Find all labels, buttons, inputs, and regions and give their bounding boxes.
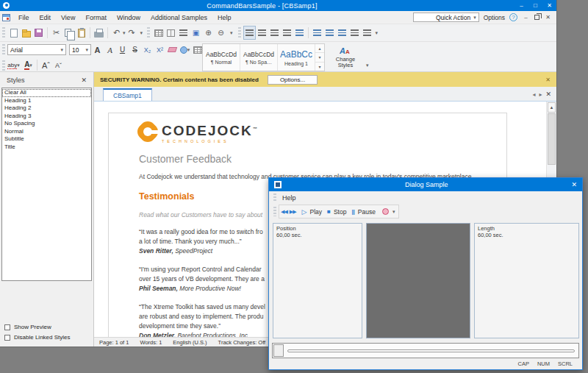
bookmark-button[interactable]: ▣ (190, 26, 202, 40)
bullets-button[interactable] (311, 26, 323, 40)
increase-indent-button[interactable] (361, 26, 373, 40)
mdi-close-icon[interactable]: ✕ (544, 14, 552, 21)
play-icon[interactable]: ▷ (302, 208, 307, 216)
play-label[interactable]: Play (309, 208, 322, 216)
quick-action-dropdown[interactable]: Quick Action ▾ (413, 13, 479, 22)
gallery-down-icon[interactable]: ▾ (315, 53, 324, 62)
maximize-icon[interactable]: □ (528, 2, 542, 9)
style-no-spacing[interactable]: AaBbCcDd ¶ No Spa… (240, 44, 278, 71)
document-map-button[interactable] (177, 26, 190, 40)
pause-icon[interactable]: || (351, 208, 354, 215)
dialog-close-icon[interactable]: ✕ (571, 181, 577, 188)
scrollbar-thumb[interactable] (548, 113, 556, 165)
help-icon[interactable]: ? (509, 13, 517, 21)
toolbar-grip[interactable] (2, 44, 5, 56)
new-document-button[interactable] (7, 26, 20, 40)
minimize-icon[interactable]: – (514, 2, 528, 9)
align-right-button[interactable] (268, 26, 281, 40)
paste-button[interactable] (75, 26, 87, 40)
toolbar-grip[interactable] (238, 27, 241, 39)
toolbar-grip[interactable] (273, 193, 276, 202)
status-track-changes[interactable]: Track Changes: Off (218, 339, 266, 346)
decrease-indent-button[interactable] (348, 26, 361, 40)
format-painter-button[interactable]: ▾ (179, 43, 191, 57)
options-menu-item[interactable]: Options (484, 14, 505, 21)
tab-scroll-left-icon[interactable]: ◂ (532, 91, 535, 98)
mdi-minimize-icon[interactable]: – (522, 14, 530, 21)
zoom-in-button[interactable]: ⊕ (202, 26, 215, 40)
font-name-combo[interactable]: Arial ▾ (7, 44, 66, 55)
undo-button[interactable]: ↶ (110, 26, 123, 40)
menu-view[interactable]: View (56, 14, 80, 21)
checkbox-icon[interactable] (4, 335, 10, 341)
redo-button[interactable]: ↷ (126, 26, 138, 40)
title-bar[interactable]: CommandBarsSample - [CBSamp1] – □ ✕ (0, 0, 556, 11)
gallery-more-icon[interactable]: ▾ (315, 63, 324, 71)
toolbar-overflow-icon[interactable]: ▾ (230, 30, 233, 36)
toolbar-grip[interactable] (2, 60, 5, 71)
numbering-button[interactable] (323, 26, 336, 40)
columns-button[interactable] (165, 26, 177, 40)
status-language[interactable]: English (U.S.) (173, 339, 207, 346)
italic-button[interactable]: A (104, 43, 116, 57)
toolbar-grip[interactable] (273, 207, 276, 216)
record-icon[interactable] (382, 208, 389, 215)
show-preview-option[interactable]: Show Preview (4, 324, 89, 330)
tab-scroll-right-icon[interactable]: ▸ (539, 91, 542, 98)
spelling-button[interactable]: aby▾ (7, 58, 20, 72)
multilevel-list-button[interactable] (336, 26, 348, 40)
eraser-button[interactable] (166, 43, 179, 57)
styles-list-item[interactable]: No Spacing (2, 120, 91, 128)
slider-thumb[interactable] (273, 344, 284, 357)
fast-forward-icon[interactable]: ▶▶ (290, 209, 296, 215)
styles-list-item[interactable]: Subtitle (2, 135, 91, 143)
toolbar-grip[interactable] (147, 27, 150, 39)
insert-table-button[interactable] (152, 26, 165, 40)
toolbar-overflow-icon[interactable]: ▾ (376, 30, 379, 36)
status-words[interactable]: Words: 1 (140, 339, 162, 346)
toolbar-grip[interactable] (2, 27, 5, 39)
styles-panel-close-icon[interactable]: ✕ (81, 77, 87, 84)
justify-button[interactable] (281, 26, 293, 40)
styles-list-item[interactable]: Heading 1 (2, 97, 91, 105)
tab-close-icon[interactable]: ✕ (545, 90, 551, 98)
print-button[interactable] (93, 26, 105, 40)
toolbar-overflow-icon[interactable]: ▾ (366, 63, 369, 68)
menu-window[interactable]: Window (112, 14, 146, 21)
font-color-button[interactable]: A▾ (22, 58, 35, 72)
security-options-button[interactable]: Options... (268, 75, 318, 85)
dialog-menu-help[interactable]: Help (282, 194, 296, 202)
mdi-child-icon[interactable] (2, 14, 10, 21)
menu-file[interactable]: File (13, 14, 35, 21)
copy-button[interactable] (62, 26, 75, 40)
zoom-out-button[interactable]: ⊖ (215, 26, 227, 40)
cut-button[interactable]: ✂ (50, 26, 62, 40)
pause-label[interactable]: Pause (358, 208, 376, 216)
strikethrough-button[interactable]: S (129, 43, 141, 57)
status-page[interactable]: Page: 1 of 1 (99, 339, 129, 346)
styles-list-item[interactable]: Normal (2, 128, 91, 136)
styles-list-item[interactable]: Heading 3 (2, 113, 91, 121)
tab-cbsamp1[interactable]: CBSamp1 (103, 88, 152, 101)
open-button[interactable] (20, 26, 32, 40)
mdi-restore-icon[interactable] (534, 15, 539, 20)
menu-format[interactable]: Format (80, 14, 112, 21)
stop-label[interactable]: Stop (334, 208, 347, 216)
style-normal[interactable]: AaBbCcDd ¶ Normal (203, 44, 240, 71)
font-size-combo[interactable]: 10 ▾ (69, 44, 91, 55)
security-close-icon[interactable]: ✕ (545, 77, 551, 83)
save-button[interactable] (32, 26, 45, 40)
disable-linked-styles-option[interactable]: Disable Linked Styles (4, 334, 89, 341)
rewind-icon[interactable]: ◀◀ (281, 209, 287, 215)
styles-list-item[interactable]: Clear All (2, 89, 91, 97)
menu-additional-samples[interactable]: Additional Samples (146, 14, 212, 21)
stop-icon[interactable]: ■ (327, 208, 331, 215)
style-heading1[interactable]: AaBbCc Heading 1 (278, 44, 315, 71)
grow-font-button[interactable]: Aˆ (40, 58, 52, 72)
seek-slider[interactable] (272, 343, 579, 358)
bold-button[interactable]: A (91, 43, 104, 57)
underline-button[interactable]: U (116, 43, 129, 57)
gallery-up-icon[interactable]: ▴ (315, 44, 324, 53)
shrink-font-button[interactable]: Aˇ (52, 58, 65, 72)
scroll-up-icon[interactable]: ▲ (548, 102, 556, 113)
